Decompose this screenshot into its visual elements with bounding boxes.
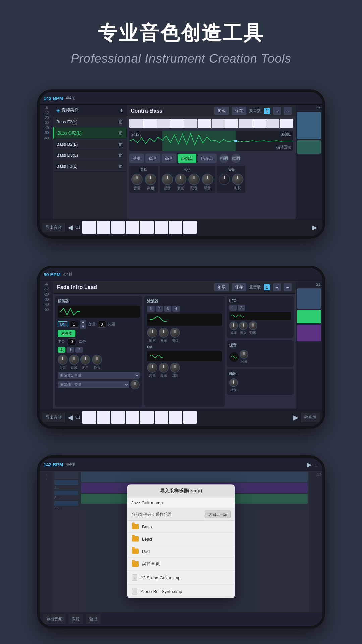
fm-tune-knob[interactable]: [170, 363, 180, 373]
volume-knob[interactable]: [131, 174, 143, 185]
piano-prev-1[interactable]: ◀: [65, 223, 75, 231]
osc-tab-a[interactable]: A: [58, 347, 65, 353]
piano-key-6[interactable]: [155, 221, 168, 234]
osc-dropdown-2[interactable]: 振荡器1-音量: [58, 381, 129, 388]
load-button-2[interactable]: 加载: [214, 283, 229, 291]
play-button-3[interactable]: ▶: [307, 461, 312, 468]
export-button-3[interactable]: 导出音频: [43, 614, 66, 624]
file-alone-bell-synth[interactable]: ♫ Alone Bell Synth.smp: [127, 585, 235, 598]
tab-micro-tune[interactable]: 微调: [231, 154, 241, 163]
export-button-2[interactable]: 导出音频: [42, 413, 65, 422]
osc-dropdown-1[interactable]: 振荡器1-音量: [58, 372, 140, 379]
piano-key-8[interactable]: [183, 221, 197, 234]
filter-gain-knob[interactable]: [170, 328, 180, 338]
reverb-time-knob-2[interactable]: [240, 350, 248, 359]
osc-tab-1[interactable]: 1: [67, 347, 74, 353]
release-knob[interactable]: [202, 174, 213, 185]
polyphony-minus-2[interactable]: −: [284, 283, 292, 291]
piano-key-1[interactable]: [82, 221, 96, 234]
sample-item-1[interactable]: Bass F2(L) 🗑: [53, 116, 126, 127]
pk-4[interactable]: [126, 411, 139, 424]
tab-base[interactable]: 基准: [129, 154, 144, 163]
mix-button[interactable]: 合成: [86, 614, 101, 624]
mod-knob[interactable]: [130, 380, 140, 389]
delete-icon-3[interactable]: 🗑: [118, 141, 123, 147]
piano-key-5[interactable]: [140, 221, 154, 234]
piano-key-2[interactable]: [97, 221, 110, 234]
octave-down[interactable]: ▼: [80, 324, 86, 329]
sample-item-5[interactable]: Bass F3(L) 🗑: [53, 161, 126, 172]
decay-knob[interactable]: [175, 174, 186, 185]
filter-btn-2[interactable]: 2: [156, 306, 163, 312]
lfo-btn-2[interactable]: 2: [238, 305, 245, 311]
back-button-3[interactable]: ←: [314, 461, 318, 468]
delete-icon-4[interactable]: 🗑: [118, 152, 123, 158]
piano-key-7[interactable]: [169, 221, 182, 234]
polyphony-plus-1[interactable]: +: [273, 107, 281, 115]
polyphony-plus-2[interactable]: +: [273, 283, 281, 291]
synth-release-knob[interactable]: [92, 355, 102, 365]
piano-next-2[interactable]: ▶: [291, 413, 301, 421]
fm-decay-knob[interactable]: [159, 363, 169, 373]
output-gain-knob[interactable]: [229, 378, 238, 387]
remove-section-button[interactable]: 除音段: [301, 413, 320, 422]
piano-key-3[interactable]: [111, 221, 125, 234]
lfo-btn-1[interactable]: 1: [229, 305, 237, 311]
tab-low[interactable]: 低音: [145, 154, 160, 163]
pk-7[interactable]: [169, 411, 182, 424]
synth-attack-knob[interactable]: [58, 355, 68, 365]
synth-sustain-knob[interactable]: [80, 355, 90, 365]
folder-lead[interactable]: Lead: [127, 533, 235, 545]
add-sample-button[interactable]: +: [120, 107, 123, 113]
filter-wave-button[interactable]: 滤波器: [58, 330, 75, 337]
sample-item-2[interactable]: Bass G#2(L) 🗑: [53, 127, 126, 139]
reverb-time-knob[interactable]: [232, 174, 243, 185]
tab-high[interactable]: 高音: [162, 154, 176, 163]
filter-btn-4[interactable]: 4: [172, 306, 180, 312]
sample-item-4[interactable]: Bass D3(L) 🗑: [53, 150, 126, 161]
delete-icon-2[interactable]: 🗑: [118, 130, 123, 136]
sample-item-3[interactable]: Bass B2(L) 🗑: [53, 139, 126, 150]
pk-5[interactable]: [140, 411, 154, 424]
tab-fine-tune[interactable]: 精调: [219, 154, 229, 163]
dialog-filename[interactable]: Jazz Guitar.smp: [127, 498, 235, 508]
pk-6[interactable]: [155, 411, 168, 424]
fm-vol-knob[interactable]: [147, 363, 157, 373]
attack-knob[interactable]: [162, 174, 173, 185]
folder-pad[interactable]: Pad: [127, 545, 235, 558]
osc-tab-2[interactable]: 2: [75, 347, 83, 353]
osc-on-button[interactable]: ON: [58, 321, 68, 327]
filter-btn-3[interactable]: 3: [164, 306, 171, 312]
tab-end[interactable]: 结束点: [198, 154, 217, 163]
lfo-delay-knob[interactable]: [249, 321, 257, 330]
lfo-depth-knob[interactable]: [239, 321, 248, 330]
pan-knob[interactable]: [145, 174, 156, 185]
delete-icon-5[interactable]: 🗑: [118, 163, 123, 169]
lfo-speed-knob[interactable]: [229, 321, 238, 330]
piano-key-4[interactable]: [126, 221, 139, 234]
polyphony-minus-1[interactable]: −: [284, 107, 292, 115]
save-button-1[interactable]: 保存: [232, 107, 246, 115]
export-button-1[interactable]: 导出音频: [42, 223, 65, 232]
pk-3[interactable]: [111, 411, 125, 424]
delete-icon-1[interactable]: 🗑: [118, 119, 123, 124]
piano-next-1[interactable]: ▶: [309, 223, 320, 231]
folder-sample-tone[interactable]: 采样音色: [127, 558, 235, 571]
folder-bass[interactable]: Bass: [127, 521, 235, 533]
pk-8[interactable]: [183, 411, 197, 424]
pk-1[interactable]: [82, 411, 96, 424]
piano-prev-2[interactable]: ◀: [65, 413, 75, 421]
file-12-string-guitar[interactable]: ♫ 12 String Guitar.smp: [127, 571, 235, 585]
dialog-back-button[interactable]: 返回上一级: [205, 511, 231, 518]
tab-start[interactable]: 起始点: [178, 154, 196, 163]
synth-decay-knob[interactable]: [69, 355, 79, 365]
pk-2[interactable]: [97, 411, 110, 424]
filter-res-knob[interactable]: [159, 328, 169, 338]
save-button-2[interactable]: 保存: [232, 283, 246, 291]
load-button-1[interactable]: 加载: [214, 107, 229, 115]
reverb-knob[interactable]: [219, 174, 230, 185]
tutorial-button[interactable]: 教程: [68, 614, 83, 624]
filter-btn-1[interactable]: 1: [147, 306, 155, 312]
filter-freq-knob[interactable]: [147, 328, 157, 338]
sustain-knob[interactable]: [188, 174, 200, 185]
